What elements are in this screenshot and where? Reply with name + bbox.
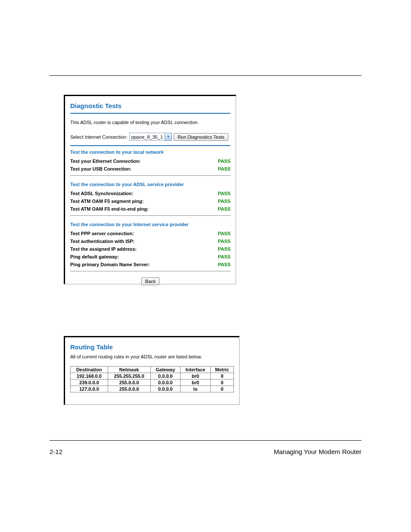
cell: 0.0.0.0 — [150, 373, 180, 380]
cell: 255.0.0.0 — [108, 386, 150, 392]
test-label: Test PPP server connection: — [70, 230, 134, 237]
test-status: PASS — [218, 190, 230, 197]
divider — [70, 175, 230, 176]
cell: 255.255.255.0 — [108, 373, 150, 380]
col-metric: Metric — [210, 367, 234, 373]
routing-title: Routing Table — [70, 343, 234, 351]
test-status: PASS — [218, 237, 230, 245]
col-destination: Destination — [71, 367, 108, 373]
internet-connection-select[interactable]: pppoe_8_35_1 ▼ — [129, 133, 172, 141]
divider — [70, 215, 230, 216]
test-label: Test authentication with ISP: — [70, 237, 135, 245]
select-connection-label: Select Internet Connection: — [70, 134, 128, 140]
test-row: Test ATM OAM F5 segment ping: PASS — [70, 197, 230, 205]
test-label: Test the assigned IP address: — [70, 245, 137, 253]
test-label: Ping primary Domain Name Server: — [70, 261, 150, 268]
test-row: Ping default gateway: PASS — [70, 253, 230, 261]
col-netmask: Netmask — [108, 367, 150, 373]
cell: 192.168.0.0 — [71, 373, 108, 380]
test-label: Test ATM OAM F5 segment ping: — [70, 197, 143, 205]
table-row: 239.0.0.0 255.0.0.0 0.0.0.0 br0 0 — [71, 380, 234, 386]
test-label: Ping default gateway: — [70, 253, 119, 261]
divider — [70, 271, 230, 271]
test-status: PASS — [218, 261, 230, 268]
routing-intro: All of current routing rules in your ADS… — [70, 354, 234, 359]
divider — [70, 113, 230, 114]
cell: br0 — [181, 373, 211, 380]
col-gateway: Gateway — [150, 367, 180, 373]
test-row: Ping primary Domain Name Server: PASS — [70, 261, 230, 268]
cell: 0.0.0.0 — [150, 380, 180, 386]
test-row: Test your Ethernet Connection: PASS — [70, 157, 230, 165]
routing-table-panel: Routing Table All of current routing rul… — [64, 336, 240, 405]
test-label: Test your Ethernet Connection: — [70, 157, 141, 165]
test-status: PASS — [218, 245, 230, 253]
diagnostic-tests-panel: Diagnostic Tests This ADSL router is cap… — [64, 95, 236, 284]
test-row: Test your USB Connection: PASS — [70, 165, 230, 173]
cell: 0 — [210, 373, 234, 380]
cell: 127.0.0.0 — [71, 386, 108, 392]
table-header-row: Destination Netmask Gateway Interface Me… — [71, 367, 234, 373]
cell: 0 — [210, 380, 234, 386]
test-label: Test ADSL Synchronization: — [70, 190, 133, 197]
footer-rule — [50, 440, 361, 441]
diagnostic-intro: This ADSL router is capable of testing y… — [70, 120, 230, 125]
test-status: PASS — [218, 165, 230, 173]
select-value: pppoe_8_35_1 — [131, 134, 163, 140]
test-status: PASS — [218, 230, 230, 237]
cell: 255.0.0.0 — [108, 380, 150, 386]
table-row: 127.0.0.0 255.0.0.0 0.0.0.0 lo 0 — [71, 386, 234, 392]
back-button[interactable]: Back — [141, 277, 159, 285]
routing-table: Destination Netmask Gateway Interface Me… — [70, 366, 234, 392]
table-row: 192.168.0.0 255.255.255.0 0.0.0.0 br0 0 — [71, 373, 234, 380]
section-heading-adsl: Test the connection to your ADSL service… — [70, 182, 230, 187]
test-row: Test the assigned IP address: PASS — [70, 245, 230, 253]
section-title: Managing Your Modem Router — [274, 448, 361, 455]
test-label: Test your USB Connection: — [70, 165, 131, 173]
header-rule — [50, 75, 361, 76]
page-number: 2-12 — [50, 448, 62, 455]
test-row: Test authentication with ISP: PASS — [70, 237, 230, 245]
run-diagnostics-button[interactable]: Run Diagnostics Tests — [174, 133, 228, 141]
test-label: Test ATM OAM F5 end-to-end ping: — [70, 205, 149, 213]
cell: 0 — [210, 386, 234, 392]
cell: 239.0.0.0 — [71, 380, 108, 386]
test-row: Test ADSL Synchronization: PASS — [70, 190, 230, 197]
test-status: PASS — [218, 157, 230, 165]
chevron-down-icon: ▼ — [165, 133, 171, 140]
test-status: PASS — [218, 253, 230, 261]
test-status: PASS — [218, 205, 230, 213]
divider — [70, 145, 230, 146]
cell: br0 — [181, 380, 211, 386]
section-heading-local: Test the connection to your local networ… — [70, 149, 230, 155]
test-row: Test ATM OAM F5 end-to-end ping: PASS — [70, 205, 230, 213]
cell: 0.0.0.0 — [150, 386, 180, 392]
test-row: Test PPP server connection: PASS — [70, 230, 230, 237]
cell: lo — [181, 386, 211, 392]
test-status: PASS — [218, 197, 230, 205]
diagnostic-title: Diagnostic Tests — [70, 102, 230, 109]
col-interface: Interface — [181, 367, 211, 373]
section-heading-isp: Test the connection to your Internet ser… — [70, 222, 230, 227]
